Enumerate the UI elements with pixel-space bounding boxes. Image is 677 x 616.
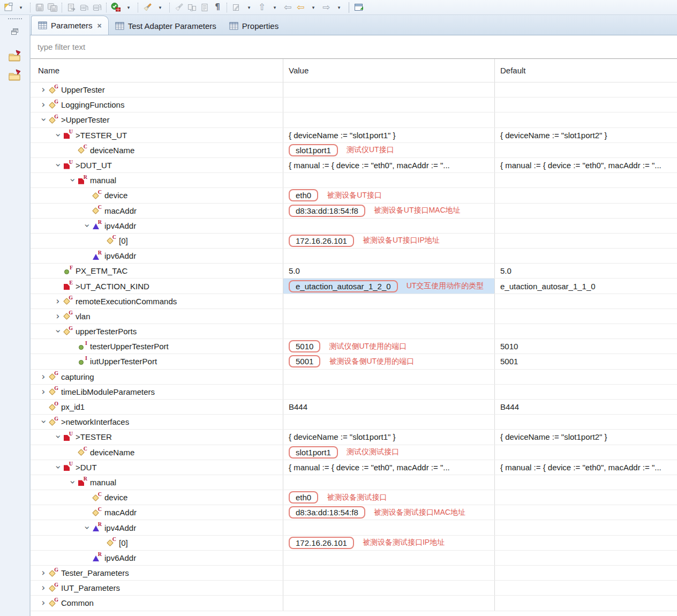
- save-button[interactable]: [34, 1, 46, 14]
- param-value-cell[interactable]: d8:3a:dd:18:54:f8 被测设备UT接口MAC地址: [283, 204, 494, 218]
- table-row[interactable]: › G remoteExecutionCommands: [31, 294, 677, 309]
- minimized-view-folder-2-button[interactable]: [7, 69, 22, 82]
- compile-run-dropdown[interactable]: ▾: [123, 1, 134, 14]
- back-disabled-button[interactable]: ⇦: [282, 1, 294, 14]
- column-header-default[interactable]: Default: [494, 59, 677, 82]
- chevron-expanded-icon[interactable]: ›: [54, 462, 63, 472]
- param-value-cell[interactable]: [283, 294, 494, 309]
- chevron-collapsed-icon[interactable]: ›: [38, 568, 49, 577]
- close-icon[interactable]: ×: [97, 21, 102, 30]
- table-row[interactable]: I iutUpperTesterPort 5001 被测设备侧UT使用的端口 5…: [31, 354, 677, 369]
- param-name-cell[interactable]: C device: [31, 490, 283, 505]
- param-value-cell[interactable]: [283, 112, 494, 127]
- param-value-cell[interactable]: B444: [283, 400, 494, 414]
- compile-run-button[interactable]: [110, 1, 122, 14]
- restore-views-button[interactable]: [10, 27, 20, 36]
- param-name-cell[interactable]: C deviceName: [31, 143, 283, 157]
- param-value-cell[interactable]: [283, 370, 494, 384]
- param-value-cell[interactable]: { manual := { device := "eth0", macAddr …: [283, 460, 494, 475]
- table-row[interactable]: › G vlan: [31, 309, 677, 324]
- param-value-cell[interactable]: { deviceName := "slot1port1" }: [283, 128, 494, 142]
- table-row[interactable]: › U >DUT { manual := { device := "eth0",…: [31, 460, 677, 475]
- link-with-editor-button[interactable]: [186, 1, 198, 14]
- param-name-cell[interactable]: E >UT_ACTION_KIND: [31, 279, 283, 293]
- param-value-cell[interactable]: [283, 475, 494, 490]
- previous-annotation-dropdown[interactable]: ▾: [269, 1, 281, 14]
- tab-test-adapter-parameters[interactable]: Test Adapter Parameters: [109, 17, 223, 35]
- table-row[interactable]: C macAddr d8:3a:dd:18:54:f8 被测设备UT接口MAC地…: [31, 204, 677, 219]
- param-name-cell[interactable]: › G timeLibModuleParameters: [31, 385, 283, 399]
- param-name-cell[interactable]: › G IUT_Parameters: [31, 581, 283, 595]
- chevron-collapsed-icon[interactable]: ›: [38, 598, 49, 607]
- param-value-cell[interactable]: [283, 520, 494, 535]
- param-name-cell[interactable]: F PX_ETM_TAC: [31, 264, 283, 278]
- new-wizard-button[interactable]: [2, 1, 14, 14]
- param-name-cell[interactable]: C [0]: [31, 536, 283, 550]
- param-value-cell[interactable]: [283, 309, 494, 324]
- param-name-cell[interactable]: › G LoggingFunctions: [31, 97, 283, 112]
- chevron-expanded-icon[interactable]: ›: [54, 130, 63, 140]
- tab-properties[interactable]: Properties: [223, 17, 285, 35]
- table-row[interactable]: › R ipv4Addr: [31, 219, 677, 234]
- param-name-cell[interactable]: C macAddr: [31, 204, 283, 218]
- param-name-cell[interactable]: › G >UpperTester: [31, 112, 283, 127]
- back-dropdown[interactable]: ▾: [307, 1, 319, 14]
- param-name-cell[interactable]: I testerUpperTesterPort: [31, 339, 283, 354]
- table-row[interactable]: › R manual: [31, 475, 677, 490]
- chevron-expanded-icon[interactable]: ›: [68, 175, 77, 186]
- build-all-button[interactable]: [91, 1, 103, 14]
- back-button[interactable]: ⇦: [295, 1, 306, 14]
- last-edit-dropdown[interactable]: ▾: [243, 1, 255, 14]
- param-name-cell[interactable]: › G vlan: [31, 309, 283, 324]
- open-new-window-button[interactable]: [353, 1, 365, 14]
- build-project-button[interactable]: [78, 1, 90, 14]
- table-row[interactable]: E >UT_ACTION_KIND e_utaction_autosar_1_2…: [31, 279, 677, 294]
- table-row[interactable]: C deviceName slot1port1 测试仪UT接口: [31, 143, 677, 158]
- param-name-cell[interactable]: › R manual: [31, 173, 283, 187]
- param-name-cell[interactable]: › G >networkInterfaces: [31, 415, 283, 429]
- table-row[interactable]: › G capturing: [31, 370, 677, 385]
- param-name-cell[interactable]: I iutUpperTesterPort: [31, 354, 283, 369]
- param-name-cell[interactable]: › G Tester_Parameters: [31, 566, 283, 580]
- param-name-cell[interactable]: R ipv6Addr: [31, 551, 283, 565]
- forward-dropdown[interactable]: ▾: [333, 1, 345, 14]
- param-value-cell[interactable]: [283, 566, 494, 580]
- export-button[interactable]: [65, 1, 77, 14]
- param-value-cell[interactable]: 172.16.26.101 被测设备UT接口IP地址: [283, 234, 494, 248]
- param-name-cell[interactable]: › G Common: [31, 596, 283, 610]
- param-value-cell[interactable]: [283, 219, 494, 233]
- chevron-expanded-icon[interactable]: ›: [54, 326, 63, 337]
- filter-input[interactable]: [31, 42, 677, 51]
- table-row[interactable]: C deviceName slot1port1 测试仪测试接口: [31, 445, 677, 460]
- minimized-view-folder-1-button[interactable]: [7, 49, 22, 63]
- param-value-cell[interactable]: slot1port1 测试仪UT接口: [283, 143, 494, 157]
- param-name-cell[interactable]: › G UpperTester: [31, 82, 283, 97]
- param-value-cell[interactable]: eth0 被测设备测试接口: [283, 490, 494, 505]
- clear-console-button[interactable]: [141, 1, 153, 14]
- clear-disabled-button[interactable]: [173, 1, 185, 14]
- table-row[interactable]: › G Tester_Parameters: [31, 566, 677, 581]
- param-value-cell[interactable]: eth0 被测设备UT接口: [283, 188, 494, 202]
- table-row[interactable]: O px_id1 B444 B444: [31, 400, 677, 415]
- param-value-cell[interactable]: e_utaction_autosar_1_2_0 UT交互使用动作的类型: [283, 279, 494, 293]
- param-name-cell[interactable]: C deviceName: [31, 445, 283, 460]
- table-row[interactable]: › G UpperTester: [31, 82, 677, 97]
- last-edit-location-button[interactable]: [230, 1, 242, 14]
- param-name-cell[interactable]: C [0]: [31, 234, 283, 248]
- param-name-cell[interactable]: › R ipv4Addr: [31, 520, 283, 535]
- drag-handle[interactable]: [8, 18, 22, 21]
- table-row[interactable]: › G Common: [31, 596, 677, 611]
- param-name-cell[interactable]: › U >DUT_UT: [31, 158, 283, 172]
- chevron-expanded-icon[interactable]: ›: [82, 220, 92, 231]
- column-header-value[interactable]: Value: [283, 59, 494, 82]
- chevron-collapsed-icon[interactable]: ›: [38, 100, 49, 109]
- table-row[interactable]: › G IUT_Parameters: [31, 581, 677, 596]
- param-value-cell[interactable]: [283, 82, 494, 97]
- param-name-cell[interactable]: C device: [31, 188, 283, 202]
- save-all-button[interactable]: [47, 1, 58, 14]
- table-row[interactable]: R ipv6Addr: [31, 551, 677, 566]
- chevron-expanded-icon[interactable]: ›: [39, 417, 48, 427]
- table-row[interactable]: › G upperTesterPorts: [31, 324, 677, 339]
- param-name-cell[interactable]: › G capturing: [31, 370, 283, 384]
- param-name-cell[interactable]: › U >TESTER_UT: [31, 128, 283, 142]
